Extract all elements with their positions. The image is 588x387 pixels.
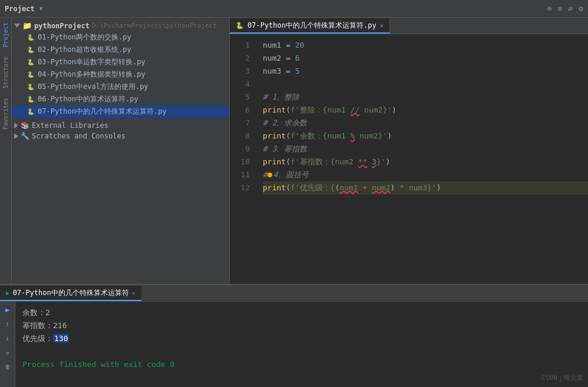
file-name-05: 05-Python中eval方法的使用.py [38,82,148,92]
file-name-01: 01-Python两个数的交换.py [38,32,131,42]
project-side-label[interactable]: Project [1,18,10,52]
py-icon-tab: 🐍 [236,22,244,29]
wrap-button[interactable]: ⇌ [2,346,14,358]
clear-button[interactable]: 🗑 [2,360,14,372]
output-line-1: 余数：2 [22,306,581,319]
py-file-icon: 🐍 [26,107,35,117]
run-tab-label: 07-Python中的几个特殊算术运算符 [13,288,129,298]
run-tab-close[interactable]: ✕ [132,290,136,296]
code-line-6: print ( f'整除：{num1 // num2}' ) [263,104,588,117]
editor-tab-07[interactable]: 🐍 07-Python中的几个特殊算术运算符.py ✕ [230,18,390,34]
tab-close-icon[interactable]: ✕ [380,22,384,29]
bottom-content-area: ▶ ↑ ↓ ⇌ 🗑 余数：2 幂指数：216 优先级：130 Process f… [0,302,588,387]
watermark: CSDN｜唯元素 [542,373,584,382]
ext-arrow [14,123,18,128]
file-item-05[interactable]: 🐍 05-Python中eval方法的使用.py [12,81,229,93]
root-name: pythonProject [34,22,90,30]
project-label[interactable]: Project [5,5,35,13]
py-file-icon: 🐍 [26,45,35,55]
bottom-toolbar: ▶ ↑ ↓ ⇌ 🗑 [0,302,15,387]
external-libraries[interactable]: 📚 External Libraries [12,120,229,131]
folder-icon: 📁 [22,21,32,30]
code-line-7: # 2、求余数 [263,117,588,130]
file-item-04[interactable]: 🐍 04-Python多种数据类型转换.py [12,68,229,81]
code-line-12: print ( f'优先级：{ ( num1 + num2 ) * num3}'… [263,181,588,194]
code-line-8: print ( f'余数：{num1 % num2}' ) [263,130,588,143]
py-file-icon: 🐍 [26,33,35,42]
add-icon[interactable]: ⊕ [547,4,552,13]
py-file-icon: 🐍 [26,70,35,80]
scratches-arrow [14,133,18,139]
orange-dot [267,173,272,177]
file-item-03[interactable]: 🐍 03-Python幸运数字类型转换.py [12,56,229,68]
root-folder[interactable]: 📁 pythonProject D:\PycharmProjects\pytho… [12,20,229,31]
run-output: 余数：2 幂指数：216 优先级：130 Process finished wi… [15,302,588,387]
top-toolbar: Project ▼ ⊕ ≡ ⇄ ⚙ [0,0,588,18]
code-line-11: # 4、圆括号 [263,168,588,181]
run-tab[interactable]: ▶ 07-Python中的几个特殊算术运算符 ✕ [0,286,141,301]
file-item-07[interactable]: 🐍 07-Python中的几个特殊算术运算符.py [12,105,229,118]
file-name-02: 02-Python超市收银系统.py [38,45,131,55]
library-icon: 📚 [21,121,29,130]
scroll-down-button[interactable]: ↓ [2,332,14,344]
file-name-04: 04-Python多种数据类型转换.py [38,70,146,80]
file-item-01[interactable]: 🐍 01-Python两个数的交换.py [12,31,229,44]
output-line-3: 优先级：130 [22,332,581,345]
code-line-1: num1 = 20 [263,39,588,52]
scratches-label: Scratches and Consoles [32,132,125,140]
file-item-02[interactable]: 🐍 02-Python超市收银系统.py [12,44,229,56]
settings-icon[interactable]: ⚙ [579,4,583,13]
file-item-06[interactable]: 🐍 06-Python中的算术运算符.py [12,93,229,105]
scratch-icon: 🔧 [21,132,29,140]
code-line-2: num2 = 6 [263,52,588,65]
run-button[interactable]: ▶ [2,304,14,316]
code-editor[interactable]: num1 = 20 num2 = 6 num3 = 5 [253,34,588,284]
project-panel: 📁 pythonProject D:\PycharmProjects\pytho… [12,18,230,284]
side-panel-labels: Project Structure Favorites [0,18,12,284]
code-line-9: # 3、幂指数 [263,143,588,156]
scroll-up-button[interactable]: ↑ [2,318,14,330]
bottom-panel: ▶ 07-Python中的几个特殊算术运算符 ✕ ▶ ↑ ↓ ⇌ 🗑 余数：2 … [0,284,588,387]
editor-area: 🐍 07-Python中的几个特殊算术运算符.py ✕ 1 2 3 4 5 6 … [230,18,588,284]
code-line-3: num3 = 5 [263,65,588,78]
highlight-value: 130 [53,334,69,343]
favorites-side-label[interactable]: Favorites [1,93,10,134]
py-file-icon: 🐍 [26,95,35,104]
output-line-4 [22,345,581,358]
tab-label: 07-Python中的几个特殊算术运算符.py [247,21,376,31]
file-tree: 📁 pythonProject D:\PycharmProjects\pytho… [12,18,229,284]
file-name-03: 03-Python幸运数字类型转换.py [38,57,146,67]
py-file-icon: 🐍 [26,58,35,67]
expand-icon[interactable]: ⇄ [568,4,573,13]
bottom-tabs: ▶ 07-Python中的几个特殊算术运算符 ✕ [0,285,588,302]
menu-icon[interactable]: ≡ [558,4,563,13]
editor-tabs: 🐍 07-Python中的几个特殊算术运算符.py ✕ [230,18,588,34]
output-line-2: 幂指数：216 [22,319,581,332]
output-line-5: Process finished with exit code 0 [22,358,581,371]
dropdown-icon: ▼ [39,5,43,12]
structure-side-label[interactable]: Structure [1,52,10,93]
code-line-10: print ( f'幂指数：{num2 ** 3 }' ) [263,156,588,168]
file-name-07: 07-Python中的几个特殊算术运算符.py [38,107,167,117]
code-container: 1 2 3 4 5 6 7 8 9 10 11 12 num1 [230,34,588,284]
run-icon: ▶ [6,289,10,297]
py-file-icon: 🐍 [26,82,35,92]
scratches-item[interactable]: 🔧 Scratches and Consoles [12,131,229,141]
code-line-4 [263,78,588,91]
file-name-06: 06-Python中的算术运算符.py [38,94,138,104]
folder-arrow [14,24,20,28]
line-numbers: 1 2 3 4 5 6 7 8 9 10 11 12 [230,34,253,284]
root-path: D:\PycharmProjects\pythonProject [92,22,217,29]
code-line-5: # 1、整除 [263,91,588,104]
ext-lib-label: External Libraries [32,121,108,130]
